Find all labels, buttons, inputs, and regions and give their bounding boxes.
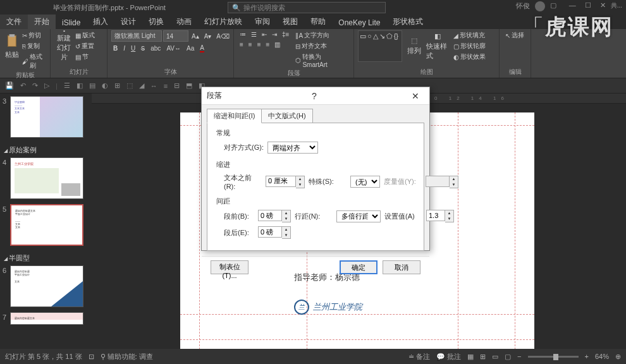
- paste-button[interactable]: 粘贴: [4, 30, 20, 62]
- tab-file[interactable]: 文件: [0, 15, 28, 29]
- section-button[interactable]: ▤节: [73, 52, 97, 62]
- logo-group[interactable]: 兰 兰州工业学院: [294, 300, 362, 315]
- qat-start-icon[interactable]: ▷: [44, 82, 49, 90]
- increase-font-icon[interactable]: A▴: [190, 30, 201, 42]
- indent-left-button[interactable]: ⇤: [260, 30, 269, 39]
- tab-review[interactable]: 审阅: [249, 15, 276, 29]
- bullets-button[interactable]: ≔: [238, 30, 248, 39]
- alignment-select[interactable]: 两端对齐: [267, 142, 318, 154]
- qat-icon[interactable]: ⊞: [114, 82, 120, 90]
- shape-fill-button[interactable]: ◢形状填充: [451, 30, 488, 40]
- tell-me-search[interactable]: 🔍 操作说明搜索: [228, 2, 386, 13]
- spinner-buttons[interactable]: ▲▼: [282, 226, 291, 239]
- zoom-in-button[interactable]: +: [585, 353, 589, 360]
- ok-button[interactable]: 确定: [340, 260, 377, 274]
- align-center-button[interactable]: ≡: [247, 40, 254, 49]
- dialog-help-button[interactable]: ?: [307, 91, 322, 101]
- zoom-slider[interactable]: [528, 356, 579, 358]
- maximize-button[interactable]: ☐: [585, 1, 591, 11]
- notes-button[interactable]: ≐ 备注: [408, 352, 430, 361]
- copy-button[interactable]: ⎘复制: [20, 41, 46, 51]
- tab-slideshow[interactable]: 幻灯片放映: [198, 15, 249, 29]
- spinner-buttons[interactable]: ▲▼: [445, 210, 454, 222]
- zoom-level[interactable]: 64%: [595, 353, 609, 360]
- fit-to-window-icon[interactable]: ⊕: [615, 353, 621, 361]
- normal-view-icon[interactable]: ▦: [467, 353, 474, 361]
- tab-onekey[interactable]: OneKey Lite: [332, 16, 386, 29]
- section-header[interactable]: 原始案例: [3, 143, 89, 157]
- by-input[interactable]: [426, 176, 450, 187]
- close-button[interactable]: ✕: [600, 1, 606, 11]
- align-text-button[interactable]: ⊟对齐文本: [293, 41, 350, 51]
- tabstops-button[interactable]: 制表位(T)...: [211, 260, 249, 274]
- align-left-button[interactable]: ≡: [238, 40, 245, 49]
- sorter-view-icon[interactable]: ⊞: [480, 353, 486, 361]
- arrange-button[interactable]: ⬚ 排列: [405, 30, 424, 62]
- clear-format-icon[interactable]: A⌫: [214, 30, 231, 42]
- spinner-buttons[interactable]: ▲▼: [296, 176, 305, 188]
- qat-icon[interactable]: ◧: [77, 82, 83, 90]
- comments-button[interactable]: 💬 批注: [436, 352, 461, 361]
- layout-button[interactable]: ▦版式: [73, 30, 97, 40]
- qat-icon[interactable]: ▤: [89, 82, 95, 90]
- qat-undo-icon[interactable]: ↶: [20, 82, 26, 90]
- zoom-out-button[interactable]: −: [517, 353, 521, 360]
- tab-shape-format[interactable]: 形状格式: [386, 15, 429, 29]
- dialog-close-button[interactable]: ✕: [407, 91, 424, 101]
- qat-icon[interactable]: ⬒: [186, 82, 192, 90]
- spinner-buttons[interactable]: ▲▼: [450, 176, 458, 188]
- font-size-select[interactable]: [163, 30, 188, 42]
- at-input[interactable]: [426, 210, 445, 221]
- dialog-tab-indent[interactable]: 缩进和间距(I): [207, 109, 262, 123]
- font-name-select[interactable]: [111, 30, 162, 42]
- numbering-button[interactable]: ☰: [249, 30, 259, 39]
- align-right-button[interactable]: ≡: [255, 40, 263, 49]
- after-input[interactable]: [258, 226, 282, 238]
- minimize-button[interactable]: —: [569, 1, 576, 11]
- change-case-button[interactable]: Aa: [185, 44, 196, 53]
- tab-islide[interactable]: iSlide: [56, 16, 87, 29]
- user-name[interactable]: 怀俊: [516, 1, 530, 11]
- dialog-tab-chinese[interactable]: 中文版式(H): [261, 109, 312, 123]
- slide-thumb-7[interactable]: 题目内容标题文本: [10, 312, 83, 325]
- slide-panel[interactable]: 3 毕业答辩———文本文本文本 原始案例 4 兰州工业学院 5 题目内容标题文本…: [0, 94, 92, 349]
- qat-icon[interactable]: ◐: [102, 82, 108, 90]
- slide-thumb-5[interactable]: 题目内容标题文本平面工业设计——文本文本: [10, 204, 83, 246]
- underline-button[interactable]: U: [129, 44, 137, 53]
- tab-insert[interactable]: 插入: [87, 15, 114, 29]
- reset-button[interactable]: ↺重置: [73, 41, 97, 51]
- char-spacing-button[interactable]: AV↔: [164, 44, 183, 53]
- cancel-button[interactable]: 取消: [383, 260, 420, 274]
- accessibility-status[interactable]: ⚲ 辅助功能: 调查: [101, 352, 153, 361]
- select-button[interactable]: ↖选择: [503, 30, 527, 40]
- shape-effects-button[interactable]: ◐形状效果: [451, 52, 488, 62]
- ribbon-options-icon[interactable]: ▢: [550, 1, 556, 11]
- qat-icon[interactable]: ◢: [139, 82, 144, 90]
- strike-button[interactable]: S̶: [139, 44, 147, 53]
- tab-view[interactable]: 视图: [276, 15, 304, 29]
- user-avatar-icon[interactable]: [535, 1, 545, 11]
- slide-thumb-3[interactable]: 毕业答辩———文本文本文本: [10, 96, 83, 138]
- text-direction-button[interactable]: ‖A文字方向: [293, 30, 350, 40]
- slide-thumb-6[interactable]: 题目内容标题平面工业设计文本: [10, 265, 83, 307]
- qat-icon[interactable]: ⊟: [174, 82, 180, 90]
- justify-button[interactable]: ≡: [264, 40, 272, 49]
- cut-button[interactable]: ✂剪切: [20, 30, 46, 40]
- shapes-gallery[interactable]: ▭○△ ↘⬠{}: [358, 30, 402, 62]
- spinner-buttons[interactable]: ▲▼: [282, 210, 291, 222]
- text-before-input[interactable]: [266, 176, 296, 187]
- tab-transition[interactable]: 切换: [142, 15, 170, 29]
- shadow-button[interactable]: abc: [149, 44, 163, 53]
- language-icon[interactable]: ⊡: [89, 353, 94, 361]
- bold-button[interactable]: B: [111, 44, 120, 53]
- shape-outline-button[interactable]: ▢形状轮廓: [451, 41, 488, 51]
- share-button[interactable]: 共...: [611, 1, 622, 11]
- slide-thumb-4[interactable]: 兰州工业学院: [10, 157, 83, 199]
- font-color-button[interactable]: A: [198, 44, 206, 53]
- indent-right-button[interactable]: ⇥: [270, 30, 279, 39]
- tab-design[interactable]: 设计: [114, 15, 142, 29]
- qat-icon[interactable]: ↔: [150, 82, 157, 90]
- special-select[interactable]: (无): [350, 176, 380, 188]
- tab-animation[interactable]: 动画: [170, 15, 198, 29]
- reading-view-icon[interactable]: ▭: [492, 353, 498, 361]
